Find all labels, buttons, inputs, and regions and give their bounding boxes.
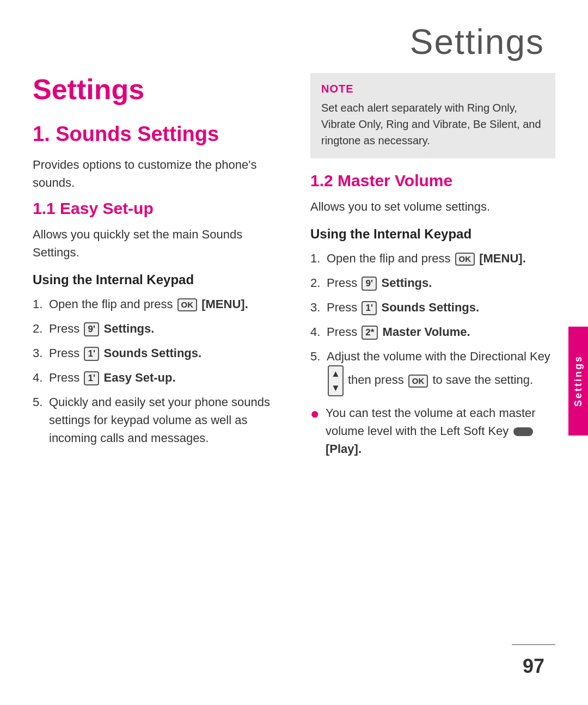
step-3-left: 3. Press 1' Sounds Settings. [33,344,278,362]
step-num-r5: 5. [310,347,323,365]
step-num-r2: 2. [310,274,323,292]
sub1-heading: 1.1 Easy Set-up [33,199,278,218]
step-num-r3: 3. [310,298,323,316]
sub2-desc: Allows you to set volume settings. [310,198,555,216]
easy-setup-label: Easy Set-up. [103,371,175,384]
ok-key-1: OK [177,298,198,311]
sounds-settings-label: Sounds Settings. [103,346,201,360]
section1-desc: Provides options to customize the phone'… [33,156,278,192]
step-content-3: Press 1' Sounds Settings. [49,344,278,362]
step-content-5: Quickly and easily set your phone sounds… [49,393,278,447]
left-soft-key-icon [513,427,533,436]
step-2-left: 2. Press 9' Settings. [33,320,278,338]
step-num-5: 5. [33,393,46,411]
step-4-left: 4. Press 1' Easy Set-up. [33,369,278,387]
bullet-list-right: ● You can test the volume at each master… [310,404,555,458]
side-tab-label: Settings [573,355,584,407]
right-column: NOTE Set each alert separately with Ring… [310,73,555,463]
step-5-right: 5. Adjust the volume with the Directiona… [310,347,555,396]
step-1-right: 1. Open the flip and press OK [MENU]. [310,249,555,267]
section1-heading: 1. Sounds Settings [33,122,278,147]
directional-key-icon: ▲▼ [328,365,344,396]
bullet-dot-icon: ● [310,404,320,424]
bullet-item-1: ● You can test the volume at each master… [310,404,555,458]
page-title: Settings [33,73,278,106]
bullet-text-1: You can test the volume at each master v… [326,404,555,458]
header-title: Settings [410,22,544,62]
step-content-1: Open the flip and press OK [MENU]. [49,295,278,313]
step-content-r3: Press 1' Sounds Settings. [327,298,555,316]
step-num-2: 2. [33,320,46,338]
step-content-r5: Adjust the volume with the Directional K… [327,347,555,396]
step-content-r1: Open the flip and press OK [MENU]. [327,249,555,267]
step-num-4: 4. [33,369,46,387]
key-9-right-2: 9' [362,277,377,291]
key-1-left-3: 1' [84,347,99,361]
ok-key-r1: OK [455,253,475,266]
note-text: Set each alert separately with Ring Only… [321,100,544,149]
step-content-r4: Press 2* Master Volume. [327,323,555,341]
keypad-heading-left: Using the Internal Keypad [33,272,278,287]
sub2-heading: 1.2 Master Volume [310,171,555,190]
left-column: Settings 1. Sounds Settings Provides opt… [33,73,278,463]
key-1-right-3: 1' [362,301,377,315]
step-1-left: 1. Open the flip and press OK [MENU]. [33,295,278,313]
menu-label-1: [MENU]. [201,297,248,311]
step-4-right: 4. Press 2* Master Volume. [310,323,555,341]
step-2-right: 2. Press 9' Settings. [310,274,555,292]
steps-list-right: 1. Open the flip and press OK [MENU]. 2.… [310,249,555,396]
settings-label-r2: Settings. [381,276,432,290]
page-header: Settings [0,0,588,73]
note-label: NOTE [321,83,544,95]
steps-list-left: 1. Open the flip and press OK [MENU]. 2.… [33,295,278,447]
master-volume-label: Master Volume. [383,325,470,339]
page-number: 97 [523,655,544,678]
step-content-r2: Press 9' Settings. [327,274,555,292]
sub1-desc: Allows you quickly set the main Sounds S… [33,225,278,261]
key-2-right-4: 2* [362,326,378,340]
page-divider [512,644,555,645]
step-num-r1: 1. [310,249,323,267]
ok-key-r5: OK [408,375,428,388]
key-1-left-4: 1' [84,371,99,385]
step-5-left: 5. Quickly and easily set your phone sou… [33,393,278,447]
settings-label-2: Settings. [103,322,154,335]
keypad-heading-right: Using the Internal Keypad [310,226,555,242]
step-num-r4: 4. [310,323,323,341]
play-label: [Play]. [326,442,362,456]
step-content-2: Press 9' Settings. [49,320,278,338]
side-tab: Settings [568,327,588,436]
note-box: NOTE Set each alert separately with Ring… [310,73,555,158]
step-num-3: 3. [33,344,46,362]
menu-label-r1: [MENU]. [479,252,526,265]
key-9-left-2: 9' [84,322,99,336]
step-3-right: 3. Press 1' Sounds Settings. [310,298,555,316]
step-content-4: Press 1' Easy Set-up. [49,369,278,387]
sounds-settings-label-r: Sounds Settings. [381,301,479,314]
main-content: Settings 1. Sounds Settings Provides opt… [0,73,588,463]
step-num-1: 1. [33,295,46,313]
